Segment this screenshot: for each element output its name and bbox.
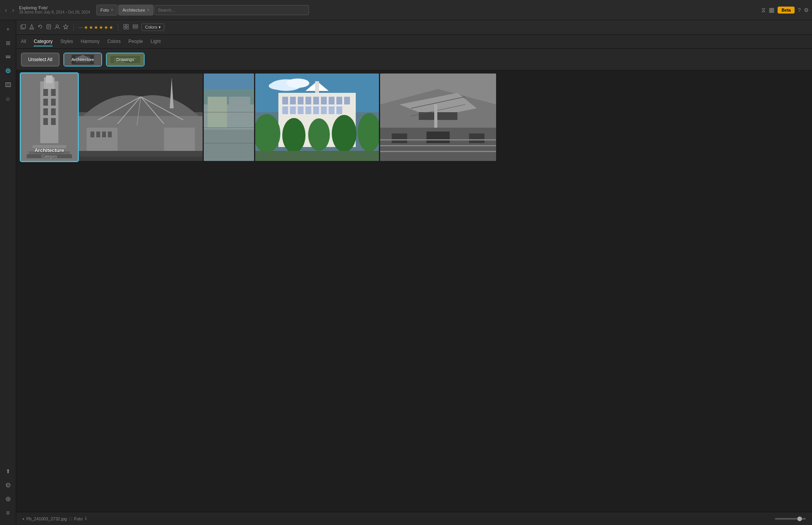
user-icon[interactable] (54, 24, 60, 31)
cut-icon[interactable] (29, 24, 35, 31)
star-7[interactable]: ★ (109, 25, 113, 30)
tab-foto-close[interactable]: × (111, 8, 113, 12)
filter-tab-styles[interactable]: Styles (60, 37, 73, 46)
photo-item-4[interactable] (255, 74, 379, 161)
svg-rect-45 (43, 108, 48, 115)
tab-foto[interactable]: Foto × (96, 5, 118, 15)
star-1[interactable]: — (78, 25, 83, 30)
svg-rect-126 (380, 151, 496, 152)
svg-rect-1 (6, 57, 10, 58)
statusbar: ▪ Pb_241003_2732.jpg □ Foto ℹ (16, 512, 812, 525)
drawings-chip[interactable]: Drawings (106, 53, 145, 67)
tab-architecture-close[interactable]: × (147, 8, 149, 12)
toolbar-left-icons (20, 24, 69, 31)
svg-rect-97 (290, 106, 296, 114)
svg-rect-0 (6, 56, 10, 56)
svg-marker-22 (63, 24, 68, 29)
nav-back-button[interactable]: ‹ (3, 6, 9, 14)
status-file-icon: ▪ (22, 516, 24, 522)
sidebar-icon-face[interactable]: ☺ (2, 93, 14, 104)
svg-rect-105 (315, 81, 319, 93)
settings-icon[interactable]: ⚙ (804, 7, 809, 13)
svg-rect-12 (22, 24, 26, 28)
photo-item-1[interactable]: Architecture Category (21, 74, 78, 161)
svg-rect-96 (282, 106, 288, 114)
svg-rect-89 (298, 97, 304, 104)
svg-rect-29 (133, 29, 138, 29)
sidebar-bottom: ⬆ ⟳ ≡ (2, 465, 14, 522)
chart-icon[interactable]: ▦ (769, 6, 774, 14)
sidebar-icon-plus[interactable]: + (2, 23, 14, 35)
svg-rect-98 (298, 106, 304, 114)
photo-row: Architecture Category (16, 70, 812, 161)
status-folder-sep: □ (69, 516, 72, 521)
rotate-icon[interactable] (37, 24, 43, 31)
svg-rect-111 (255, 151, 379, 161)
unselect-all-chip[interactable]: Unselect All (21, 53, 60, 67)
photo-item-5[interactable] (380, 74, 496, 161)
svg-rect-93 (329, 97, 334, 104)
star-3[interactable]: ★ (89, 25, 93, 30)
photo-item-2[interactable] (79, 74, 203, 161)
svg-rect-101 (321, 106, 327, 114)
star-icon[interactable] (63, 24, 69, 31)
sidebar-icon-plugin[interactable] (2, 493, 14, 505)
sidebar-icon-map[interactable] (2, 79, 14, 91)
status-info-icon[interactable]: ℹ (85, 516, 87, 521)
sidebar-icon-smart[interactable] (2, 65, 14, 77)
grid-view-icon[interactable] (123, 24, 129, 31)
svg-rect-47 (51, 89, 56, 96)
tab-foto-label: Foto (101, 8, 109, 12)
svg-rect-88 (290, 97, 296, 104)
svg-rect-123 (434, 104, 437, 128)
svg-rect-44 (43, 99, 48, 106)
tab-architecture[interactable]: Architecture × (118, 5, 154, 15)
status-file-info: ▪ Pb_241003_2732.jpg □ Foto ℹ (22, 516, 87, 522)
svg-rect-102 (329, 106, 334, 114)
beta-button[interactable]: Beta (778, 7, 795, 14)
svg-point-14 (32, 28, 34, 29)
filter-tab-category[interactable]: Category (34, 37, 53, 46)
star-2[interactable]: ★ (84, 25, 88, 30)
svg-rect-65 (164, 128, 195, 151)
filter-tabs: All Category Styles Harmony Colors Peopl… (16, 35, 812, 49)
colors-button[interactable]: Colors ▾ (142, 24, 164, 31)
filter-tab-colors[interactable]: Colors (107, 37, 121, 46)
sidebar-icon-menu[interactable]: ≡ (2, 507, 14, 519)
status-folder: Foto (74, 516, 83, 521)
svg-rect-92 (321, 97, 327, 104)
svg-rect-77 (204, 130, 254, 161)
svg-rect-91 (313, 97, 319, 104)
architecture-chip[interactable]: Architecture (63, 53, 102, 67)
svg-rect-4 (6, 83, 10, 87)
copy-icon[interactable] (20, 24, 26, 31)
adjust-icon[interactable] (46, 24, 52, 31)
svg-rect-71 (79, 157, 203, 161)
zoom-slider[interactable] (775, 518, 806, 520)
sidebar-icon-grid[interactable]: ⊞ (2, 37, 14, 49)
list-view-icon[interactable] (132, 24, 138, 31)
photo-grid-area: Architecture Category (16, 70, 812, 512)
star-4[interactable]: ★ (94, 25, 98, 30)
sidebar-icon-import[interactable]: ⟳ (2, 479, 14, 491)
filter-tab-light[interactable]: Light (150, 37, 160, 46)
sidebar-icon-layers[interactable] (2, 51, 14, 63)
svg-rect-67 (96, 132, 100, 137)
svg-rect-94 (336, 97, 342, 104)
svg-point-108 (308, 118, 330, 151)
nav-forward-button[interactable]: › (10, 6, 16, 14)
sidebar-icon-share[interactable]: ⬆ (2, 465, 14, 477)
filter-tab-people[interactable]: People (128, 37, 143, 46)
main-layout: + ⊞ ☺ ⬆ ⟳ ≡ (0, 20, 812, 525)
filter-tab-all[interactable]: All (21, 37, 26, 46)
filter-icon[interactable]: ⧖ (761, 7, 766, 14)
filter-tab-harmony[interactable]: Harmony (81, 37, 100, 46)
star-6[interactable]: ★ (104, 25, 108, 30)
zoom-handle[interactable] (797, 516, 802, 521)
svg-rect-66 (90, 132, 94, 137)
photo-item-3[interactable] (204, 74, 254, 161)
svg-rect-23 (124, 24, 126, 26)
star-5[interactable]: ★ (99, 25, 103, 30)
help-icon[interactable]: ? (798, 7, 801, 13)
search-input[interactable] (154, 5, 309, 15)
